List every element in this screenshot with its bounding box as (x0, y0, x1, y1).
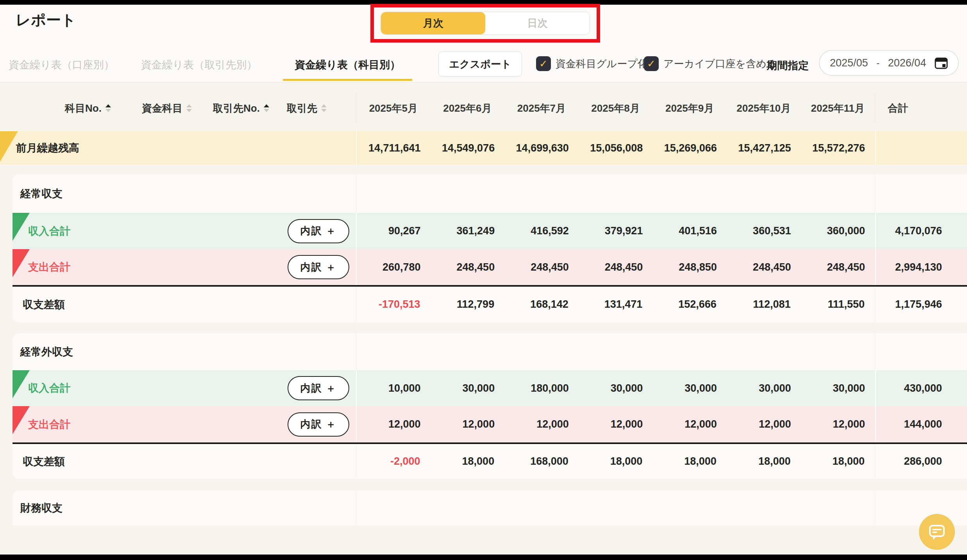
value-cell: 18,000 (652, 455, 727, 467)
expense-total-row: 支出合計 内訳 ＋ 12,00012,00012,00012,00012,000… (13, 406, 967, 442)
value-cell: 15,269,066 (653, 142, 727, 154)
column-header-label: 科目No. (65, 102, 102, 115)
value-cell: 12,000 (579, 418, 653, 430)
value-cell: 248,450 (505, 261, 579, 273)
section-title: 経常収支 (13, 187, 63, 201)
value-cell: 248,450 (431, 261, 505, 273)
checkbox-checked-icon[interactable] (644, 56, 659, 71)
value-cell: 248,850 (653, 261, 727, 273)
column-header-label: 取引先 (287, 102, 317, 115)
value-cell: 18,000 (727, 455, 801, 467)
value-cell: 18,000 (431, 455, 505, 467)
include-archived-accounts-checkbox[interactable]: アーカイブ口座を含める (644, 56, 777, 71)
annotation-highlight-box: 月次 日次 (370, 4, 600, 43)
value-cell: 12,000 (801, 418, 875, 430)
value-cells: 90,267361,249416,592379,921401,516360,53… (356, 213, 875, 249)
total-cell: 4,170,076 (875, 213, 967, 249)
tab-by-account[interactable]: 資金繰り表（口座別） (8, 58, 115, 81)
value-cell: 168,000 (504, 455, 579, 467)
total-cell: 1,175,946 (875, 287, 967, 322)
value-cell: 30,000 (727, 382, 801, 394)
value-cell: 15,572,276 (801, 142, 875, 154)
column-header-fund-item[interactable]: 資金科目 (142, 102, 192, 115)
value-cell: 416,592 (505, 225, 579, 237)
income-total-row: 収入合計 内訳 ＋ 10,00030,000180,00030,00030,00… (13, 370, 967, 406)
value-cells: 12,00012,00012,00012,00012,00012,00012,0… (356, 406, 875, 442)
carryover-balance-row: 前月繰越残高 14,711,64114,549,07614,699,63015,… (0, 131, 967, 165)
table-header-row: 科目No. 資金科目 取引先No. 取引先 2025年5月2025年6月2025… (0, 93, 967, 124)
column-header-item-no[interactable]: 科目No. (65, 102, 111, 115)
value-cell: -2,000 (356, 455, 431, 467)
chat-fab-button[interactable] (919, 514, 955, 550)
total-cell: 2,994,130 (875, 249, 967, 285)
value-cells: 10,00030,000180,00030,00030,00030,00030,… (356, 370, 875, 406)
value-cell: 12,000 (653, 418, 727, 430)
tab-by-item[interactable]: 資金繰り表（科目別） (283, 58, 412, 81)
checkbox-checked-icon[interactable] (536, 56, 551, 71)
income-total-row: 収入合計 内訳 ＋ 90,267361,249416,592379,921401… (13, 213, 967, 249)
spacer (356, 333, 875, 370)
balance-row: 収支差額 -170,513112,799168,142131,471152,66… (13, 285, 967, 322)
value-cell: 10,000 (357, 382, 431, 394)
toggle-daily[interactable]: 日次 (485, 12, 590, 34)
value-cell: 18,000 (579, 455, 653, 467)
sort-icon[interactable] (105, 104, 111, 112)
row-label: 収入合計 (13, 381, 70, 395)
sort-icon[interactable] (264, 104, 269, 112)
month-header-area: 2025年5月2025年6月2025年7月2025年8月2025年9月2025年… (356, 93, 875, 124)
value-cell: 30,000 (579, 382, 653, 394)
row-label: 収支差額 (13, 298, 65, 312)
section-title-row: 財務収支 (13, 490, 967, 525)
value-cells: -2,00018,000168,00018,00018,00018,00018,… (356, 444, 875, 479)
period-range-field[interactable]: 2025/05 - 2026/04 (819, 50, 959, 76)
sort-icon[interactable] (186, 104, 192, 112)
row-label: 支出合計 (13, 417, 70, 432)
toggle-monthly[interactable]: 月次 (381, 12, 485, 34)
value-cells: 14,711,64114,549,07614,699,63015,056,008… (356, 131, 875, 165)
bottom-black-bar (0, 555, 967, 560)
spacer (875, 490, 967, 525)
value-cell: 15,056,008 (579, 142, 653, 154)
group-fund-items-checkbox[interactable]: 資金科目グループ化 (536, 56, 648, 71)
column-header-counterparty[interactable]: 取引先 (287, 102, 327, 115)
value-cell: 15,427,125 (727, 142, 801, 154)
breakdown-button[interactable]: 内訳 ＋ (288, 255, 349, 279)
value-cell: 112,799 (431, 298, 505, 310)
value-cell: 90,267 (357, 225, 431, 237)
value-cell: 30,000 (801, 382, 875, 394)
section-title: 経常外収支 (13, 345, 73, 359)
sort-icon[interactable] (321, 104, 327, 112)
calendar-icon[interactable] (935, 56, 948, 70)
value-cell: 248,450 (727, 261, 801, 273)
value-cell: 360,531 (727, 225, 801, 237)
section-title-row: 経常外収支 (13, 333, 967, 370)
tab-by-counterparty[interactable]: 資金繰り表（取引先別） (140, 58, 258, 81)
month-header-cell: 2025年7月 (504, 102, 579, 115)
export-button[interactable]: エクスポート (438, 52, 522, 77)
chat-bubble-icon (928, 523, 946, 541)
breakdown-button[interactable]: 内訳 ＋ (288, 376, 349, 400)
value-cell: 30,000 (653, 382, 727, 394)
period-start-value[interactable]: 2025/05 (830, 57, 868, 69)
value-cells: 260,780248,450248,450248,450248,850248,4… (356, 249, 875, 285)
value-cell: 401,516 (653, 225, 727, 237)
value-cell: 12,000 (505, 418, 579, 430)
column-header-counterparty-no[interactable]: 取引先No. (213, 102, 269, 115)
value-cell: 248,450 (579, 261, 653, 273)
value-cell: 152,666 (652, 298, 727, 310)
report-tabs: 資金繰り表（口座別） 資金繰り表（取引先別） 資金繰り表（科目別） (8, 58, 412, 81)
row-label: 収入合計 (13, 224, 70, 238)
checkbox-label: アーカイブ口座を含める (663, 57, 777, 71)
period-end-value[interactable]: 2026/04 (888, 57, 926, 69)
checkbox-label: 資金科目グループ化 (556, 57, 648, 71)
header-divider (0, 82, 967, 82)
value-cell: 30,000 (431, 382, 505, 394)
column-header-label: 取引先No. (213, 102, 260, 115)
value-cell: 12,000 (727, 418, 801, 430)
period-separator: - (876, 57, 879, 68)
spacer (356, 490, 875, 525)
row-label: 収支差額 (13, 455, 65, 469)
total-cell (875, 131, 967, 165)
breakdown-button[interactable]: 内訳 ＋ (288, 219, 349, 243)
breakdown-button[interactable]: 内訳 ＋ (288, 412, 349, 437)
